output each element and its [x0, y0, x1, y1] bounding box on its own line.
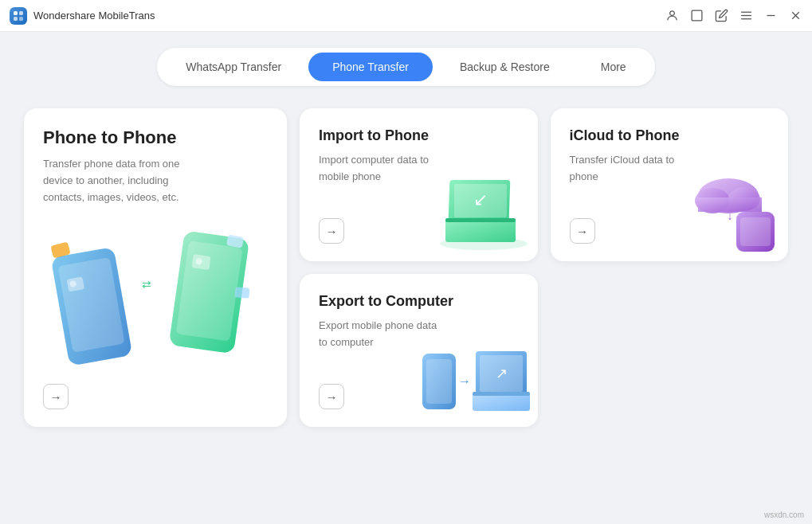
svg-rect-26 [445, 220, 516, 242]
svg-text:↓: ↓ [728, 209, 733, 222]
card-export-arrow[interactable]: → [319, 384, 344, 409]
card-icloud-to-phone: iCloud to Phone Transfer iCloud data to … [551, 108, 789, 261]
window-icon[interactable] [690, 9, 704, 22]
card-icloud-title: iCloud to Phone [570, 127, 770, 144]
tab-bar: WhatsApp Transfer Phone Transfer Backup … [157, 48, 654, 86]
card-icloud-desc: Transfer iCloud data to phone [570, 152, 689, 186]
svg-rect-37 [740, 217, 771, 246]
menu-icon[interactable] [739, 9, 753, 22]
user-icon[interactable] [665, 9, 679, 22]
main-content: WhatsApp Transfer Phone Transfer Backup … [0, 32, 812, 524]
close-icon[interactable] [789, 9, 802, 22]
card-phone-to-phone-desc: Transfer phone data from one device to a… [43, 156, 202, 205]
tab-backup[interactable]: Backup & Restore [436, 53, 574, 81]
tab-phone[interactable]: Phone Transfer [308, 53, 433, 81]
card-import-to-phone: Import to Phone Import computer data to … [300, 108, 538, 261]
tab-whatsapp[interactable]: WhatsApp Transfer [162, 53, 305, 81]
card-icloud-arrow[interactable]: → [570, 218, 595, 244]
svg-rect-41 [473, 393, 530, 411]
card-phone-to-phone: Phone to Phone Transfer phone data from … [24, 108, 287, 427]
titlebar-controls [665, 9, 802, 22]
svg-rect-5 [692, 10, 702, 21]
card-phone-to-phone-arrow[interactable]: → [43, 384, 69, 409]
svg-rect-3 [19, 17, 23, 21]
cards-grid: Phone to Phone Transfer phone data from … [24, 108, 788, 427]
app-logo [10, 7, 27, 25]
svg-text:↙: ↙ [473, 190, 488, 209]
app-title: Wondershare MobileTrans [33, 10, 155, 22]
tab-navigation: WhatsApp Transfer Phone Transfer Backup … [24, 48, 788, 86]
tab-more[interactable]: More [577, 53, 650, 81]
card-export-to-computer: Export to Computer Export mobile phone d… [300, 274, 538, 427]
svg-rect-0 [14, 11, 18, 15]
svg-text:↗: ↗ [495, 366, 507, 381]
svg-point-4 [670, 11, 675, 16]
svg-text:⇄: ⇄ [142, 278, 151, 291]
svg-rect-44 [473, 392, 530, 396]
watermark: wsxdn.com [764, 510, 804, 519]
svg-rect-2 [14, 17, 18, 21]
card-export-title: Export to Computer [319, 293, 519, 310]
minimize-icon[interactable] [764, 9, 778, 22]
svg-rect-30 [445, 218, 516, 222]
card-import-title: Import to Phone [319, 127, 519, 144]
svg-rect-39 [426, 359, 452, 404]
card-phone-to-phone-title: Phone to Phone [43, 127, 268, 148]
svg-rect-24 [234, 287, 249, 299]
svg-rect-1 [19, 11, 23, 15]
titlebar: Wondershare MobileTrans [0, 0, 812, 32]
svg-text:→: → [458, 374, 471, 388]
edit-icon[interactable] [715, 9, 728, 22]
card-import-arrow[interactable]: → [319, 218, 344, 244]
